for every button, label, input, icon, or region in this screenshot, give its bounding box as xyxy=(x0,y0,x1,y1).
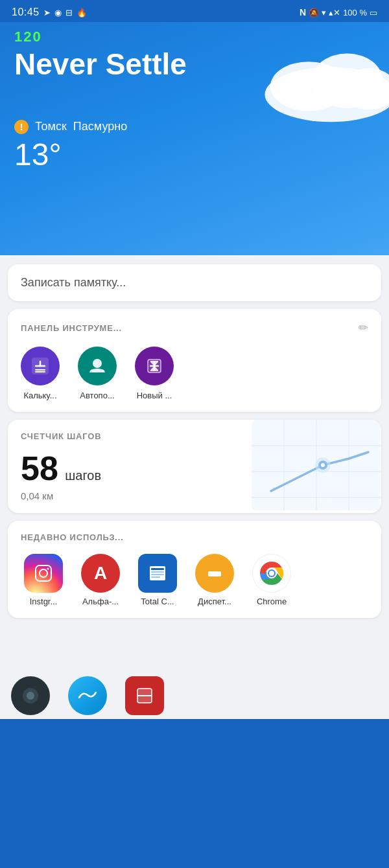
app-item-totalc[interactable]: Total C... xyxy=(135,554,180,606)
cloud-decoration xyxy=(259,41,389,126)
svg-point-9 xyxy=(93,359,102,368)
svg-point-37 xyxy=(27,692,34,700)
steps-card: СЧЕТЧИК ШАГОВ 58 шагов 0,04 км xyxy=(8,420,381,513)
instagram-icon xyxy=(24,554,63,593)
hero-section: 120 Never Settle ! Томск Пасмурно 13° xyxy=(0,22,389,255)
svg-rect-29 xyxy=(151,574,164,575)
chrome-label: Chrome xyxy=(257,597,287,606)
svg-point-35 xyxy=(269,571,274,576)
wifi-icon: ▾ xyxy=(322,8,326,17)
newapp-label: Новый ... xyxy=(137,391,172,400)
autopay-label: Автопо... xyxy=(80,391,114,400)
calculator-icon xyxy=(21,347,60,385)
app-item-autopay[interactable]: Автопо... xyxy=(78,347,117,400)
battery-icon: ▭ xyxy=(370,8,377,17)
bottom-row xyxy=(0,670,389,719)
recent-title: НЕДАВНО ИСПОЛЬЗ... xyxy=(21,532,368,542)
panel-header: ПАНЕЛЬ ИНСТРУМЕ... ✏ xyxy=(21,321,368,335)
svg-rect-27 xyxy=(151,568,164,570)
steps-unit: шагов xyxy=(65,468,101,483)
svg-rect-23 xyxy=(36,565,51,581)
status-right: N 🔕 ▾ ▴✕ 100 % ▭ xyxy=(300,7,377,17)
status-left: 10:45 ➤ ◉ ⊟ 🔥 xyxy=(12,6,87,18)
sync-icon: ⊟ xyxy=(65,8,73,17)
location-icon: ➤ xyxy=(43,8,51,17)
bell-icon: 🔕 xyxy=(309,8,319,17)
bottom-app-2[interactable] xyxy=(65,676,110,715)
app-item-instagram[interactable]: Instgr... xyxy=(21,554,66,606)
svg-rect-28 xyxy=(151,571,164,573)
alfa-label: Альфа-... xyxy=(82,597,119,606)
alfa-icon: А xyxy=(81,554,120,593)
steps-count: 58 xyxy=(21,450,58,487)
totalc-label: Total C... xyxy=(141,597,174,606)
bottom-icon-1 xyxy=(11,676,50,715)
app-item-calculator[interactable]: Калькy... xyxy=(21,347,60,400)
note-input[interactable]: Записать памятку... xyxy=(21,276,368,290)
bottom-app-1[interactable] xyxy=(8,676,53,715)
totalc-icon xyxy=(138,554,177,593)
bottom-icon-2 xyxy=(68,676,107,715)
nfc-icon: N xyxy=(300,7,306,17)
recent-card: НЕДАВНО ИСПОЛЬЗ... Instgr... А Альфа- xyxy=(8,521,381,618)
svg-rect-31 xyxy=(208,571,221,577)
weather-temp: 13° xyxy=(14,137,375,172)
app-item-alfa[interactable]: А Альфа-... xyxy=(78,554,123,606)
panel-apps: Калькy... Автопо... xyxy=(21,347,368,400)
app-item-disp[interactable]: Диспет... xyxy=(192,554,237,606)
panel-card: ПАНЕЛЬ ИНСТРУМЕ... ✏ Калькy... xyxy=(8,309,381,412)
cards-section: Записать памятку... ПАНЕЛЬ ИНСТРУМЕ... ✏ xyxy=(0,255,389,670)
svg-point-25 xyxy=(47,568,49,570)
app-item-chrome[interactable]: Chrome xyxy=(249,554,294,606)
edit-icon[interactable]: ✏ xyxy=(359,321,368,335)
newapp-icon xyxy=(135,347,174,385)
autopay-icon xyxy=(78,347,117,385)
weather-city: Томск xyxy=(35,120,67,133)
signal-icon: ▴✕ xyxy=(329,8,340,17)
disp-icon xyxy=(195,554,234,593)
app-item-newapp[interactable]: Новый ... xyxy=(135,347,174,400)
battery-percent: 100 % xyxy=(343,8,367,17)
fire-icon: 🔥 xyxy=(77,8,87,17)
panel-title: ПАНЕЛЬ ИНСТРУМЕ... xyxy=(21,323,122,333)
svg-rect-30 xyxy=(151,577,160,578)
recent-apps-list: Instgr... А Альфа-... xyxy=(21,554,368,606)
status-time: 10:45 xyxy=(12,6,40,18)
status-bar: 10:45 ➤ ◉ ⊟ 🔥 N 🔕 ▾ ▴✕ 100 % ▭ xyxy=(0,0,389,22)
calculator-label: Калькy... xyxy=(23,391,56,400)
weather-alert-icon: ! xyxy=(14,120,29,134)
weather-condition: Пасмурно xyxy=(73,120,127,133)
svg-point-24 xyxy=(40,569,47,577)
note-card[interactable]: Записать памятку... xyxy=(8,264,381,301)
bottom-app-3[interactable] xyxy=(122,676,167,715)
disp-label: Диспет... xyxy=(198,597,231,606)
chrome-icon xyxy=(252,554,291,593)
circle-icon: ◉ xyxy=(54,8,62,17)
bottom-icon-3 xyxy=(125,676,164,715)
instagram-label: Instgr... xyxy=(30,597,58,606)
